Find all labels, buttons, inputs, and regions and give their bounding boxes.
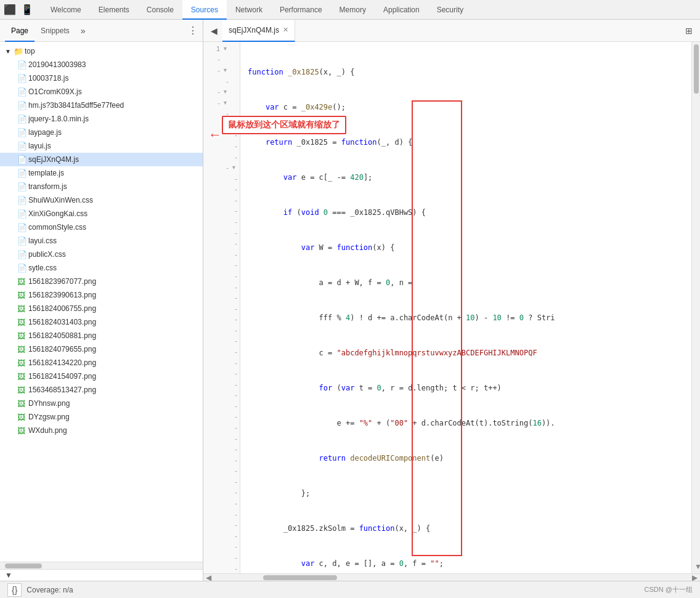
fold-arrow[interactable]: ▼ <box>222 67 229 73</box>
coverage-label: Coverage: n/a <box>26 586 73 594</box>
gutter-line: - <box>203 260 240 271</box>
code-line: for (var t = 0, r = d.length; t < r; t++… <box>240 382 691 394</box>
list-item[interactable]: 🖼 1561824050881.png <box>0 329 203 342</box>
tab-memory[interactable]: Memory <box>331 0 375 20</box>
file-tab-active[interactable]: sqEjJXnQ4M.js ✕ <box>222 20 295 42</box>
code-line: var e = c[_ -= 420]; <box>240 172 691 184</box>
list-item[interactable]: 📄 ShuiWuXinWen.css <box>0 193 203 207</box>
format-button[interactable]: {} <box>7 583 22 597</box>
list-item[interactable]: 🖼 1561824031403.png <box>0 315 203 329</box>
list-item[interactable]: 🖼 WXduh.png <box>0 424 203 437</box>
list-item[interactable]: 🖼 1563468513427.png <box>0 383 203 397</box>
code-horizontal-scrollbar[interactable]: ◀ ▶ <box>203 573 700 581</box>
gutter-line: - <box>203 54 240 65</box>
list-item[interactable]: 🖼 1561824006755.png <box>0 302 203 315</box>
fold-arrow[interactable]: ▼ <box>222 100 229 106</box>
inspect-icon[interactable]: ⬛ <box>2 2 17 17</box>
sidebar-scroll-thumb[interactable] <box>5 564 42 568</box>
fold-arrow[interactable]: ▼ <box>222 89 229 95</box>
list-item[interactable]: 📄 layui.js <box>0 139 203 153</box>
list-item[interactable]: 🖼 1561823967077.png <box>0 275 203 288</box>
sidebar-tab-page[interactable]: Page <box>5 20 35 42</box>
filename-label: template.js <box>28 169 64 177</box>
code-hscroll-thumb[interactable] <box>263 575 337 580</box>
list-item[interactable]: 📄 jquery-1.8.0.min.js <box>0 112 203 126</box>
devtools-icon-group: ⬛ 📱 <box>2 2 35 17</box>
js-icon: 📄 <box>17 128 28 137</box>
scroll-down-arrow[interactable]: ▼ <box>692 560 700 573</box>
list-item-selected[interactable]: 📄 sqEjJXnQ4M.js <box>0 153 203 166</box>
sidebar-tab-snippets[interactable]: Snippets <box>35 20 76 42</box>
list-item[interactable]: 📄 layui.css <box>0 234 203 248</box>
list-item[interactable]: 🖼 1561824154097.png <box>0 370 203 383</box>
tab-security[interactable]: Security <box>428 0 472 20</box>
tab-performance[interactable]: Performance <box>271 0 331 20</box>
list-item[interactable]: 📄 10003718.js <box>0 71 203 85</box>
tab-application[interactable]: Application <box>375 0 428 20</box>
tab-elements[interactable]: Elements <box>90 0 138 20</box>
gutter-line: - <box>203 336 240 347</box>
list-item[interactable]: 📄 transform.js <box>0 180 203 193</box>
tab-console[interactable]: Console <box>138 0 182 20</box>
line-number: - <box>208 55 220 63</box>
back-button[interactable]: ◀ <box>206 23 222 38</box>
list-item[interactable]: 🖼 1561824134220.png <box>0 356 203 370</box>
list-item[interactable]: 📄 publicX.css <box>0 248 203 261</box>
filename-label: 1561824031403.png <box>28 318 96 326</box>
css-icon: 📄 <box>17 196 28 205</box>
filename-label: 1563468513427.png <box>28 386 96 394</box>
fold-arrow[interactable]: ▼ <box>222 46 229 52</box>
gutter-line: - <box>203 368 240 379</box>
line-number: - <box>216 78 229 85</box>
filename-label: hm.js?3b3841fa5dff5e77feed <box>28 101 124 110</box>
filename-label: commonStyle.css <box>28 223 86 232</box>
list-item[interactable]: 🖼 1561824079655.png <box>0 342 203 356</box>
sidebar-tab-more[interactable]: » <box>78 23 88 38</box>
tab-welcome[interactable]: Welcome <box>42 0 90 20</box>
list-item[interactable]: 📄 20190413003983 <box>0 58 203 71</box>
sidebar-kebab-menu[interactable]: ⋮ <box>188 25 198 36</box>
sidebar: Page Snippets » ⋮ ▼ 📁 top 📄 201904130039… <box>0 20 203 581</box>
expand-button[interactable]: ⊞ <box>680 23 698 38</box>
list-item[interactable]: 🖼 1561823990613.png <box>0 288 203 302</box>
list-item[interactable]: 📄 sytle.css <box>0 261 203 275</box>
gutter-line: - ▼ <box>203 86 240 97</box>
tab-sources[interactable]: Sources <box>182 0 227 20</box>
sidebar-horizontal-scrollbar[interactable] <box>0 562 203 569</box>
filename-label: publicX.css <box>28 250 66 259</box>
code-line: fff % 4) ! d += a.charCodeAt(n + 10) - 1… <box>240 312 691 324</box>
hscroll-left-arrow[interactable]: ◀ <box>206 573 211 581</box>
code-line: function _0x1825(x, _) { <box>240 67 691 78</box>
sidebar-scroll-down[interactable]: ▼ <box>0 570 17 581</box>
gutter-line: - <box>203 206 240 217</box>
list-item[interactable]: 🖼 DYzgsw.png <box>0 410 203 424</box>
gutter-line: - <box>203 346 240 357</box>
list-item[interactable]: 📄 hm.js?3b3841fa5dff5e77feed <box>0 99 203 112</box>
device-icon[interactable]: 📱 <box>20 2 35 17</box>
list-item[interactable]: 📄 laypage.js <box>0 126 203 139</box>
filename-label: O1CromK09X.js <box>28 87 82 96</box>
gutter-line: - ▼ <box>203 97 240 108</box>
file-tab-close[interactable]: ✕ <box>283 26 288 34</box>
filename-label: transform.js <box>28 182 67 191</box>
hscroll-right-arrow[interactable]: ▶ <box>692 573 698 581</box>
js-icon: 📄 <box>17 74 28 83</box>
list-item[interactable]: 📄 commonStyle.css <box>0 220 203 234</box>
tab-network[interactable]: Network <box>227 0 271 20</box>
line-number: 1 <box>208 45 220 52</box>
css-icon: 📄 <box>17 223 28 232</box>
tree-root-top[interactable]: ▼ 📁 top <box>0 44 203 58</box>
gutter-line: - <box>203 292 240 303</box>
list-item[interactable]: 📄 O1CromK09X.js <box>0 85 203 99</box>
tree-arrow-top: ▼ <box>5 48 14 55</box>
png-icon: 🖼 <box>17 358 28 368</box>
vertical-scrollbar[interactable]: ▼ <box>691 42 700 573</box>
list-item[interactable]: 📄 XinXiGongKai.css <box>0 207 203 220</box>
png-icon: 🖼 <box>17 304 28 313</box>
gutter-line: - <box>203 519 240 530</box>
list-item[interactable]: 📄 template.js <box>0 166 203 180</box>
list-item[interactable]: 🖼 DYhnsw.png <box>0 397 203 410</box>
js-icon: 📄 <box>17 155 28 164</box>
scrollbar-thumb[interactable] <box>694 44 699 94</box>
gutter-line: - <box>203 325 240 336</box>
